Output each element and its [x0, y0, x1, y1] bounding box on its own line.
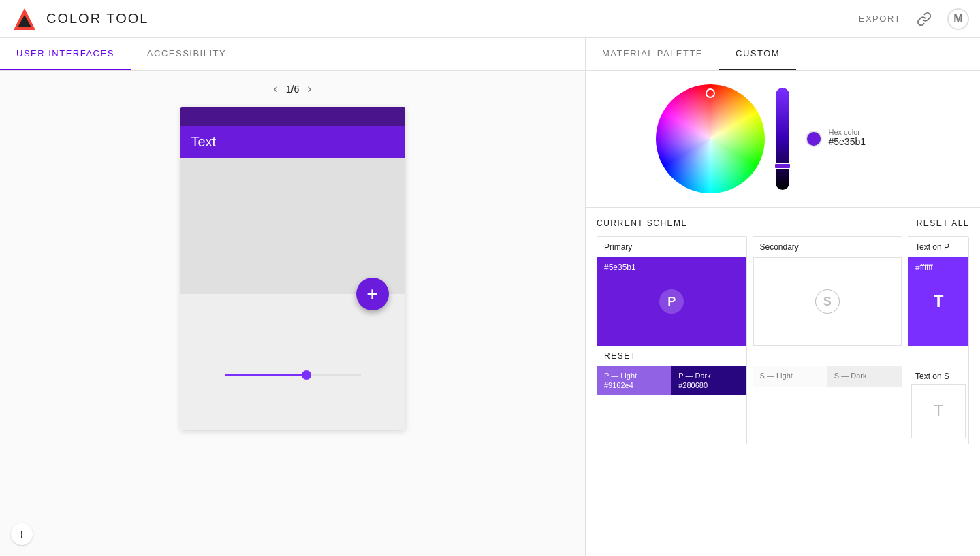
logo-area: COLOR TOOL [11, 5, 859, 33]
primary-letter: P [659, 289, 684, 314]
phone-content-lower: + [180, 294, 405, 430]
account-avatar[interactable]: M [947, 8, 969, 30]
color-strip-thumb [774, 163, 791, 169]
primary-dark-swatch[interactable]: P — Dark #280680 [671, 366, 746, 395]
tab-custom[interactable]: CUSTOM [719, 38, 796, 70]
prev-page-button[interactable]: ‹ [274, 82, 278, 96]
primary-light-label: P — Light [604, 372, 665, 380]
swatches-grid: Primary #5e35b1 P RESET P — Light #9162e… [586, 236, 980, 453]
preview-area: ‹ 1/6 › Text + [0, 71, 585, 556]
right-tabs: MATERIAL PALETTE CUSTOM [586, 38, 980, 71]
text-on-s-letter: T [934, 402, 944, 421]
fab-button[interactable]: + [356, 278, 389, 310]
primary-color-area[interactable]: #5e35b1 P [597, 257, 746, 346]
scheme-title: CURRENT SCHEME [597, 218, 688, 228]
phone-content-upper [180, 158, 405, 294]
text-on-p-swatch: Text on P #ffffff T RESET Text on S T [908, 236, 969, 444]
primary-hex: #5e35b1 [604, 263, 636, 272]
app-header: COLOR TOOL EXPORT M [0, 0, 980, 38]
secondary-light-swatch[interactable]: S — Light [753, 366, 827, 387]
page-info: 1/6 [286, 84, 299, 95]
primary-swatch-header: Primary [597, 237, 746, 257]
secondary-light-label: S — Light [760, 372, 821, 380]
phone-app-bar: Text [180, 126, 405, 158]
text-on-s-section: Text on S T [908, 366, 968, 444]
hex-label: Hex color [829, 128, 911, 136]
pagination: ‹ 1/6 › [274, 82, 311, 96]
primary-dark-hex: #280680 [678, 381, 739, 389]
logo-icon [11, 5, 38, 33]
reset-all-button[interactable]: RESET ALL [917, 218, 969, 228]
header-actions: EXPORT M [859, 7, 969, 31]
tab-user-interfaces[interactable]: USER INTERFACES [0, 38, 131, 70]
current-scheme: CURRENT SCHEME RESET ALL Primary #5e35b1… [586, 208, 980, 453]
slider-fill [225, 374, 306, 376]
right-panel-inner: MATERIAL PALETTE CUSTOM [586, 38, 980, 453]
slider[interactable] [225, 374, 361, 376]
secondary-sub-colors: S — Light S — Dark [753, 366, 902, 387]
primary-light-hex: #9162e4 [604, 381, 665, 389]
tab-accessibility[interactable]: ACCESSIBILITY [131, 38, 242, 70]
text-on-p-letter: T [934, 292, 944, 311]
primary-light-swatch[interactable]: P — Light #9162e4 [597, 366, 671, 395]
right-panel: MATERIAL PALETTE CUSTOM [586, 38, 980, 556]
export-button[interactable]: EXPORT [859, 14, 901, 24]
secondary-swatch: Secondary S RESET S — Light [753, 236, 903, 444]
color-wheel[interactable] [656, 84, 765, 193]
next-page-button[interactable]: › [307, 82, 311, 96]
slider-track [225, 374, 361, 376]
tab-material-palette[interactable]: MATERIAL PALETTE [586, 38, 719, 70]
phone-mockup: Text + [180, 107, 405, 430]
secondary-letter: S [815, 289, 840, 314]
text-on-p-hex: #ffffff [915, 263, 933, 272]
slider-thumb [302, 370, 311, 380]
alert-icon[interactable]: ! [11, 523, 33, 545]
secondary-dark-label: S — Dark [834, 372, 895, 380]
color-wheel-container[interactable] [656, 84, 765, 193]
color-picker-area: Hex color #5e35b1 [586, 71, 980, 208]
hex-value[interactable]: #5e35b1 [829, 136, 911, 150]
phone-status-bar [180, 107, 405, 126]
primary-sub-colors: P — Light #9162e4 P — Dark #280680 [597, 366, 746, 395]
phone-app-bar-text: Text [191, 134, 217, 149]
primary-swatch: Primary #5e35b1 P RESET P — Light #9162e… [597, 236, 747, 444]
app-title: COLOR TOOL [46, 11, 148, 27]
left-panel: USER INTERFACES ACCESSIBILITY ‹ 1/6 › [0, 38, 586, 556]
primary-reset-button[interactable]: RESET [597, 346, 746, 366]
left-tabs: USER INTERFACES ACCESSIBILITY [0, 38, 585, 71]
hex-input-group: Hex color #5e35b1 [829, 128, 911, 150]
secondary-dark-swatch[interactable]: S — Dark [827, 366, 902, 387]
primary-dark-label: P — Dark [678, 372, 739, 380]
scheme-header: CURRENT SCHEME RESET ALL [586, 208, 980, 236]
text-on-s-color[interactable]: T [911, 384, 966, 438]
secondary-color-area[interactable]: S [753, 257, 902, 346]
secondary-swatch-header: Secondary [753, 237, 902, 257]
text-on-s-header: Text on S [911, 366, 966, 384]
color-wheel-pin[interactable] [706, 88, 715, 98]
color-strip-container [776, 88, 789, 190]
link-button[interactable] [912, 7, 936, 31]
main-layout: USER INTERFACES ACCESSIBILITY ‹ 1/6 › [0, 38, 980, 556]
text-on-p-color[interactable]: #ffffff T [908, 257, 968, 346]
color-preview-circle [806, 131, 822, 147]
color-strip[interactable] [776, 88, 789, 190]
text-on-p-header: Text on P [908, 237, 968, 257]
hex-input-area: Hex color #5e35b1 [806, 128, 911, 150]
